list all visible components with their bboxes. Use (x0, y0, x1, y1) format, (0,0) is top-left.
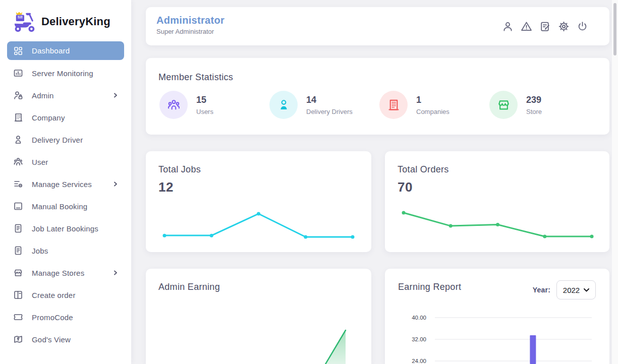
book-icon (13, 201, 23, 211)
sidebar-item-label: User (32, 158, 48, 166)
sidebar-item-label: Job Later Bookings (32, 224, 98, 233)
total-orders-title: Total Orders (398, 164, 449, 175)
svg-text:24.00: 24.00 (412, 358, 426, 364)
sidebar-item-label: Company (32, 113, 65, 122)
total-jobs-value: 12 (158, 179, 201, 195)
header-actions (502, 7, 588, 45)
sidebar-item-admin[interactable]: Admin (7, 84, 124, 106)
chevron-down-icon (584, 288, 589, 292)
user-lock-icon (13, 90, 23, 100)
member-statistics-title: Member Statistics (146, 58, 609, 83)
sidebar-menu: Dashboard Server Monitoring Admin Compan… (0, 39, 131, 351)
person-icon (13, 135, 23, 145)
sidebar-item-manage-stores[interactable]: Manage Stores (7, 262, 124, 284)
sidebar-item-create-order[interactable]: Create order (7, 284, 124, 306)
bar-chart-icon (13, 68, 23, 78)
sidebar-item-label: Jobs (32, 247, 48, 255)
chevron-right-icon (113, 270, 118, 275)
sidebar-item-jobs[interactable]: Jobs (7, 239, 124, 262)
document-icon (13, 223, 23, 233)
stat-store[interactable]: 239 Store (476, 91, 586, 119)
year-select[interactable]: 2022 (556, 280, 596, 299)
layout-icon (13, 290, 23, 300)
sidebar-item-label: Delivery Driver (32, 136, 83, 144)
crown-shape (16, 12, 22, 15)
svg-text:32.00: 32.00 (412, 336, 426, 342)
chevron-right-icon (113, 181, 118, 187)
total-orders-value: 70 (398, 179, 449, 195)
sidebar-item-label: Admin (32, 91, 54, 100)
sidebar-item-label: Manage Stores (32, 269, 84, 277)
sidebar-item-label: Dashboard (32, 46, 70, 55)
sidebar-item-manage-services[interactable]: Manage Services (7, 173, 124, 195)
sidebar-item-delivery-driver[interactable]: Delivery Driver (7, 129, 124, 151)
sidebar-item-label: Manage Services (32, 180, 92, 189)
sidebar-item-company[interactable]: Company (7, 106, 124, 129)
total-orders-card: Total Orders 70 (385, 151, 609, 252)
scooter-logo-icon (12, 11, 36, 33)
stat-label: Users (196, 108, 213, 115)
profile-icon[interactable] (502, 21, 514, 32)
sidebar-item-job-later-bookings[interactable]: Job Later Bookings (7, 217, 124, 239)
sidebar-item-label: PromoCode (32, 313, 73, 322)
stat-label: Delivery Drivers (306, 108, 353, 115)
stat-companies[interactable]: 1 Companies (366, 91, 476, 119)
admin-earning-card: Admin Earning (146, 269, 371, 364)
sidebar-item-dashboard[interactable]: Dashboard (7, 41, 124, 60)
logout-icon[interactable] (577, 21, 588, 32)
ticket-icon (13, 312, 23, 322)
scrollbar-thumb[interactable] (613, 3, 616, 55)
member-statistics-card: Member Statistics 15 Users 14 Delivery D… (146, 58, 609, 135)
sidebar-item-server-monitoring[interactable]: Server Monitoring (7, 62, 124, 84)
stat-users[interactable]: 15 Users (146, 91, 256, 119)
year-label: Year: (533, 286, 550, 294)
admin-header-card: Administrator Super Administrator (146, 7, 609, 45)
brand-name: DeliveryKing (41, 15, 110, 28)
list-gear-icon (13, 179, 23, 189)
year-select-value: 2022 (563, 286, 580, 294)
scrollbar[interactable] (612, 0, 618, 364)
total-jobs-title: Total Jobs (158, 164, 201, 175)
earning-report-title: Earning Report (398, 282, 461, 292)
stat-delivery-drivers[interactable]: 14 Delivery Drivers (256, 91, 366, 119)
sidebar-item-promocode[interactable]: PromoCode (7, 306, 124, 328)
stat-label: Companies (416, 108, 450, 115)
people-icon (13, 157, 23, 167)
person-icon (269, 91, 298, 119)
sidebar-item-label: Create order (32, 291, 76, 299)
stat-value: 1 (416, 95, 450, 105)
storefront-icon (13, 268, 23, 278)
sidebar-item-user[interactable]: User (7, 151, 124, 173)
map-icon (13, 334, 23, 344)
stat-value: 14 (306, 95, 353, 105)
dashboard-grid-icon (13, 46, 23, 56)
earning-report-card: Earning Report Year: 2022 40.0032.0024.0… (385, 269, 609, 364)
chevron-right-icon (113, 93, 118, 98)
stat-value: 15 (196, 95, 213, 105)
sidebar-item-label: Server Monitoring (32, 69, 93, 78)
sidebar-item-gods-view[interactable]: God's View (7, 328, 124, 350)
building-icon (379, 91, 408, 119)
settings-icon[interactable] (558, 21, 570, 32)
brand-logo[interactable]: DeliveryKing (0, 0, 131, 39)
sidebar: DeliveryKing Dashboard Server Monitoring… (0, 0, 131, 364)
document-icon (13, 246, 23, 256)
total-jobs-card: Total Jobs 12 (146, 151, 371, 252)
admin-earning-title: Admin Earning (158, 282, 220, 292)
building-icon (13, 112, 23, 123)
sidebar-item-label: Manual Booking (32, 202, 87, 211)
edit-form-icon[interactable] (539, 21, 551, 32)
stat-value: 239 (526, 95, 542, 105)
alert-icon[interactable] (521, 21, 532, 32)
people-icon (159, 91, 188, 119)
stat-label: Store (526, 108, 542, 115)
svg-text:40.00: 40.00 (412, 315, 426, 321)
sidebar-item-manual-booking[interactable]: Manual Booking (7, 195, 124, 217)
sidebar-item-label: God's View (32, 335, 71, 344)
storefront-icon (489, 91, 518, 119)
